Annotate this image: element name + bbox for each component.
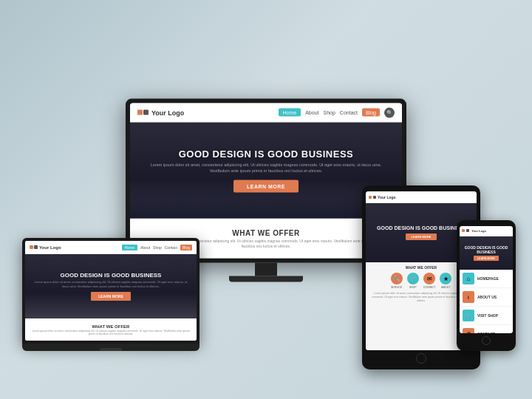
laptop-screen: Your Logo Home About Shop Contact Blog G… (25, 241, 197, 341)
phone-menu-contact[interactable]: ✆ CONTACT (460, 325, 513, 333)
visitshop-icon: 🛒 (463, 310, 474, 321)
tablet-logo: Your Logo (369, 195, 396, 200)
phone-menu-about[interactable]: i ABOUT US (460, 288, 513, 307)
tablet-hero-title: GOOD DESIGN IS GOOD BUSINESS (377, 225, 466, 231)
contact-icon: ✉ (423, 273, 435, 284)
monitor-screen: Your Logo Home About Shop Contact Blog 🔍… (130, 103, 402, 259)
homepage-label: HOMEPAGE (477, 276, 499, 281)
tablet-logo-sq2 (373, 196, 376, 199)
shop-label: SHOP (409, 286, 417, 289)
laptop-hero-title: GOOD DESIGN IS GOOD BUSINESS (61, 272, 162, 279)
tablet-logo-text: Your Logo (378, 195, 396, 200)
contact-label: CONTACT (423, 286, 436, 289)
scene: Your Logo Home About Shop Contact Blog 🔍… (7, 7, 525, 392)
laptop-logo-sq1 (30, 245, 33, 249)
logo-text: Your Logo (151, 109, 184, 116)
laptop-frame: Your Logo Home About Shop Contact Blog G… (22, 238, 200, 344)
laptop-nav-home[interactable]: Home (122, 245, 137, 250)
phone-logo-text: Your Logo (471, 229, 486, 233)
nav-items: Home About Shop Contact Blog 🔍 (279, 107, 395, 117)
phone: Your Logo GOOD DESIGN IS GOOD BUSINESS L… (457, 220, 516, 351)
tablet-icon-shop: 🛒 SHOP (407, 273, 419, 289)
laptop-offer-title: WHAT WE OFFER (92, 324, 130, 329)
tablet-navbar: Your Logo (366, 191, 477, 203)
phone-navbar: Your Logo (460, 226, 513, 236)
hero-cta-button[interactable]: LEARN MORE (233, 180, 299, 193)
laptop-navbar: Your Logo Home About Shop Contact Blog (25, 241, 197, 254)
laptop-nav-items: Home About Shop Contact Blog (122, 245, 192, 250)
search-icon[interactable]: 🔍 (384, 107, 395, 117)
laptop-nav-shop[interactable]: Shop (153, 245, 162, 250)
tablet-home-button[interactable] (416, 353, 426, 364)
service-label: SERVICE (391, 286, 402, 289)
laptop-logo-sq2 (34, 245, 38, 249)
tablet-hero-cta[interactable]: LEARN MORE (406, 233, 437, 240)
phone-menu-shop[interactable]: 🛒 VISIT SHOP (460, 307, 513, 325)
nav-blog[interactable]: Blog (362, 109, 380, 117)
tablet-icon-about: ★ ABOUT (440, 273, 451, 289)
phone-home-button[interactable] (482, 336, 491, 345)
aboutus-label: ABOUT US (477, 295, 497, 299)
phone-contact-label: CONTACT (477, 332, 495, 333)
laptop-nav-contact[interactable]: Contact (165, 245, 177, 250)
shop-icon: 🛒 (407, 273, 419, 284)
service-icon: 🔧 (391, 273, 403, 284)
nav-contact[interactable]: Contact (340, 110, 358, 115)
about-label: ABOUT (441, 286, 450, 289)
logo-square-orange (137, 110, 143, 115)
about-icon: ★ (440, 273, 451, 284)
phone-contact-icon: ✆ (463, 328, 474, 333)
homepage-icon: ⌂ (463, 273, 474, 284)
hero-title: GOOD DESIGN IS GOOD BUSINESS (179, 148, 353, 159)
phone-screen: Your Logo GOOD DESIGN IS GOOD BUSINESS L… (460, 226, 513, 333)
phone-hero: GOOD DESIGN IS GOOD BUSINESS LEARN MORE (460, 236, 513, 270)
phone-menu: ⌂ HOMEPAGE i ABOUT US 🛒 VISIT SHOP ✆ CON… (460, 270, 513, 333)
tablet-icon-contact: ✉ CONTACT (423, 273, 436, 289)
laptop-bottom (22, 344, 200, 351)
nav-about[interactable]: About (305, 110, 318, 115)
laptop-offer-section: WHAT WE OFFER Lorem ipsum dolor sit amet… (25, 318, 197, 341)
laptop-nav-blog[interactable]: Blog (180, 245, 192, 250)
phone-menu-homepage[interactable]: ⌂ HOMEPAGE (460, 270, 513, 288)
laptop-offer-text: Lorem ipsum dolor sit amet, consectetur … (31, 330, 191, 335)
laptop: Your Logo Home About Shop Contact Blog G… (22, 238, 200, 351)
tablet-offer-text: Lorem ipsum dolor sit amet, consectetur … (372, 292, 471, 303)
tablet-icon-service: 🔧 SERVICE (391, 273, 403, 289)
phone-frame: Your Logo GOOD DESIGN IS GOOD BUSINESS L… (457, 220, 516, 351)
phone-hero-title: GOOD DESIGN IS GOOD BUSINESS (460, 245, 513, 254)
site-hero: GOOD DESIGN IS GOOD BUSINESS Lorem ipsum… (130, 123, 402, 219)
site-navbar: Your Logo Home About Shop Contact Blog 🔍 (130, 103, 402, 123)
phone-logo: Your Logo (462, 229, 486, 233)
laptop-hero-cta[interactable]: LEARN MORE (91, 292, 131, 301)
laptop-logo: Your Logo (30, 245, 61, 250)
logo-squares (137, 110, 149, 115)
tablet-logo-sq1 (369, 196, 372, 199)
phone-hero-cta[interactable]: LEARN MORE (474, 256, 499, 261)
offer-title: WHAT WE OFFER (232, 228, 299, 236)
nav-shop[interactable]: Shop (324, 110, 335, 115)
laptop-hero-subtitle: Lorem ipsum dolor sit amet, consectetur … (33, 280, 189, 287)
laptop-logo-text: Your Logo (39, 245, 61, 250)
laptop-hero: GOOD DESIGN IS GOOD BUSINESS Lorem ipsum… (25, 254, 197, 318)
logo-square-gray (143, 110, 149, 115)
aboutus-icon: i (463, 291, 474, 303)
visitshop-label: VISIT SHOP (477, 313, 498, 318)
monitor-neck (255, 263, 277, 276)
nav-home[interactable]: Home (279, 109, 301, 117)
monitor-base (229, 276, 303, 282)
hero-subtitle: Lorem ipsum dolor sit amet, consectetur … (145, 162, 387, 173)
laptop-nav-about[interactable]: About (140, 245, 150, 250)
site-logo: Your Logo (137, 109, 184, 116)
